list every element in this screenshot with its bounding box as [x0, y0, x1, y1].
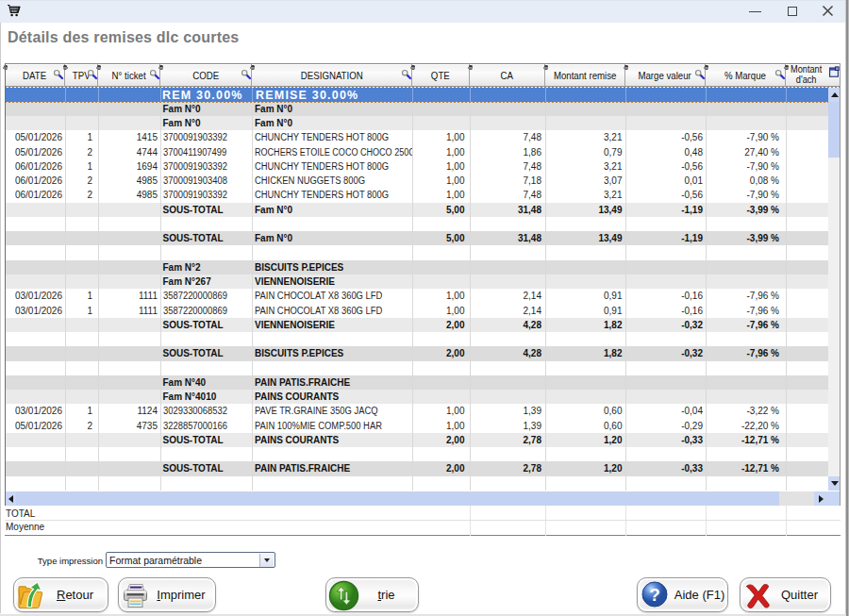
svg-text:?: ?: [649, 585, 660, 605]
